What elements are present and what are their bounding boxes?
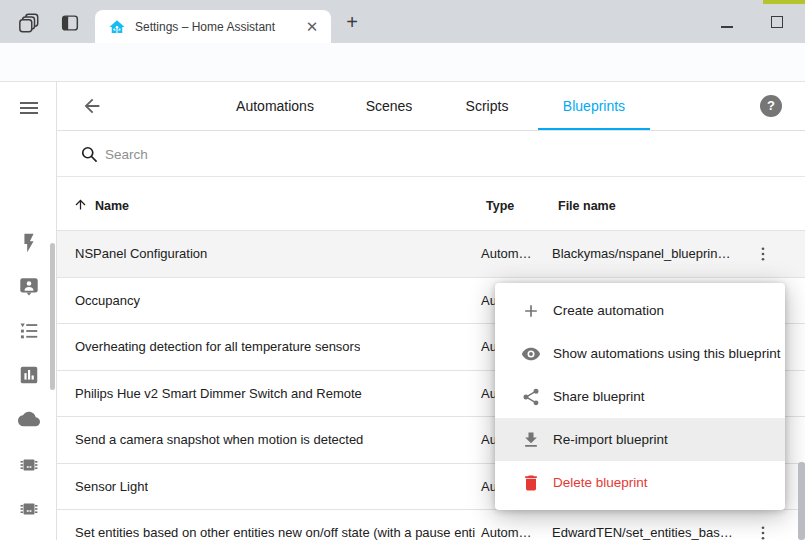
menu-item-delete-blueprint[interactable]: Delete blueprint — [495, 461, 785, 504]
tab-automations[interactable]: Automations — [236, 98, 314, 114]
window-minimize-button[interactable] — [721, 26, 733, 28]
eye-icon — [521, 344, 541, 364]
menu-item-label: Delete blueprint — [553, 475, 648, 490]
tab-stacks-icon[interactable] — [18, 12, 40, 34]
sidebar-energy-icon[interactable] — [18, 232, 40, 254]
blueprint-context-menu: Create automation Show automations using… — [495, 283, 785, 510]
tab-close-icon[interactable]: ✕ — [303, 18, 321, 36]
browser-window: Settings – Home Assistant ✕ + Not secure… — [0, 0, 805, 540]
tab-blueprints[interactable]: Blueprints — [563, 98, 625, 114]
table-row[interactable]: NSPanel Configuration Autom… Blackymas/n… — [57, 231, 805, 278]
ha-back-icon[interactable] — [81, 95, 103, 117]
menu-item-show-automations[interactable]: Show automations using this blueprint — [495, 332, 785, 375]
help-button[interactable]: ? — [760, 95, 782, 117]
column-header-name[interactable]: Name — [95, 177, 129, 231]
workspaces-icon[interactable] — [59, 12, 81, 34]
tab-scripts[interactable]: Scripts — [466, 98, 509, 114]
row-file: Blackymas/nspanel_blueprin… — [552, 231, 730, 278]
row-overflow-menu-icon[interactable] — [754, 524, 772, 540]
menu-item-label: Re-import blueprint — [553, 432, 668, 447]
table-row[interactable]: Set entities based on other entities new… — [57, 510, 805, 540]
tab-scenes[interactable]: Scenes — [366, 98, 413, 114]
menu-item-label: Create automation — [553, 303, 664, 318]
row-name: Sensor Light — [75, 464, 148, 511]
sidebar-cloud-icon[interactable] — [18, 408, 40, 430]
table-header: Name Type File name — [57, 177, 805, 231]
row-name: NSPanel Configuration — [75, 231, 207, 278]
sidebar-voice-assistant-icon[interactable] — [18, 276, 40, 298]
row-name: Philips Hue v2 Smart Dimmer Switch and R… — [75, 371, 362, 418]
home-assistant-favicon — [108, 18, 126, 36]
column-header-file[interactable]: File name — [558, 177, 616, 231]
search-icon — [79, 144, 99, 164]
sidebar-history-chart-icon[interactable] — [18, 364, 40, 386]
row-type: Autom… — [481, 510, 532, 540]
plus-icon — [521, 301, 541, 321]
sidebar-todo-list-icon[interactable] — [18, 320, 40, 342]
row-type: Autom… — [481, 231, 532, 278]
row-name: Occupancy — [75, 278, 140, 325]
ha-app-header: Automations Scenes Scripts Blueprints ? — [57, 82, 805, 131]
sidebar-chip-icon-2[interactable] — [18, 498, 40, 520]
background-accent-strip — [763, 0, 805, 4]
page-scrollbar-thumb[interactable] — [798, 462, 805, 540]
sort-ascending-icon[interactable] — [73, 197, 88, 212]
sidebar-chip-icon-1[interactable] — [18, 454, 40, 476]
column-header-type[interactable]: Type — [486, 177, 514, 231]
new-tab-button[interactable]: + — [341, 12, 363, 34]
menu-item-label: Show automations using this blueprint — [553, 346, 780, 361]
row-name: Send a camera snapshot when motion is de… — [75, 417, 363, 464]
trash-icon — [521, 473, 541, 493]
menu-item-share-blueprint[interactable]: Share blueprint — [495, 375, 785, 418]
menu-item-label: Share blueprint — [553, 389, 645, 404]
row-overflow-menu-icon[interactable] — [754, 245, 772, 263]
row-name: Set entities based on other entities new… — [75, 510, 475, 540]
row-name: Overheating detection for all temperatur… — [75, 324, 360, 371]
sidebar-scrollbar-thumb[interactable] — [50, 243, 55, 390]
window-maximize-button[interactable] — [771, 16, 783, 28]
row-file: EdwardTEN/set_entities_bas… — [552, 510, 733, 540]
download-icon — [521, 430, 541, 450]
browser-tab-title: Settings – Home Assistant — [135, 20, 303, 34]
menu-item-reimport-blueprint[interactable]: Re-import blueprint — [495, 418, 785, 461]
active-tab-underline — [538, 128, 650, 131]
browser-titlebar: Settings – Home Assistant ✕ + — [0, 0, 805, 43]
share-icon — [521, 387, 541, 407]
menu-item-create-automation[interactable]: Create automation — [495, 289, 785, 332]
browser-toolbar: Not secure homeassistant.local :8123/… A — [0, 43, 805, 82]
search-bar — [57, 131, 805, 177]
menu-hamburger-icon[interactable] — [17, 96, 39, 118]
ha-sidebar — [0, 82, 57, 540]
browser-tab[interactable]: Settings – Home Assistant ✕ — [95, 10, 331, 43]
search-input[interactable] — [105, 131, 745, 177]
